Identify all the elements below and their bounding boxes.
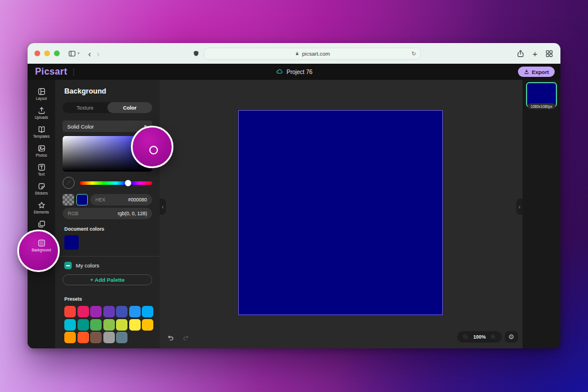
sidebar-item-stickers[interactable]: Stickers [28,179,55,198]
preset-swatch[interactable] [142,306,153,317]
privacy-shield-icon[interactable] [192,50,200,57]
layers-rail: 1080x1080px [523,80,560,348]
preset-swatch[interactable] [142,319,153,331]
sidebar-item-label: Stickers [35,191,48,195]
templates-icon [37,125,46,134]
sidebar-item-templates[interactable]: Templates [28,122,55,141]
document-color-swatch[interactable] [64,235,79,250]
canvas-size-badge: 1080x1080px [528,103,555,109]
preset-swatch[interactable] [78,332,89,343]
color-picker-cursor[interactable] [149,146,158,154]
preset-swatch[interactable] [103,306,115,317]
back-button[interactable]: ‹ [86,49,94,58]
hex-label: HEX [95,197,105,203]
traffic-lights [34,51,60,56]
preset-swatch[interactable] [78,319,89,331]
sidebar-item-uploads[interactable]: Uploads [28,103,55,122]
hex-value: #000080 [128,197,147,203]
tab-color[interactable]: Color [107,102,152,113]
browser-window: ▾ ‹ › picsart.com ↻ + Picsart [28,43,560,348]
export-button-label: Export [532,69,549,75]
page-thumbnail[interactable]: 1080x1080px [526,82,557,107]
canvas-area[interactable]: ‹ › 100% ⚙ [160,80,523,348]
sidebar-item-layout[interactable]: Layout [28,84,55,103]
preset-swatch[interactable] [116,319,127,331]
undo-button[interactable] [165,333,176,342]
collapse-right-panel-handle[interactable]: › [516,199,523,215]
photos-icon [37,144,46,153]
preset-swatch[interactable] [64,319,76,331]
elements-icon [37,201,46,209]
sidebar-item-background[interactable]: Background [28,236,55,255]
project-name[interactable]: Project 76 [287,69,312,75]
preset-swatch[interactable] [90,332,102,343]
preset-swatch[interactable] [103,319,115,331]
preset-swatch[interactable] [116,332,127,343]
fill-type-value: Solid Color [67,123,94,130]
preset-swatch[interactable] [64,306,76,317]
preset-swatch[interactable] [103,332,115,343]
zoom-in-button[interactable] [490,333,497,340]
transparency-swatch[interactable] [63,194,74,205]
project-title-group: Project 76 [28,68,560,76]
export-button[interactable]: Export [518,67,555,77]
texture-color-toggle: Texture Color [63,102,152,113]
address-bar[interactable]: picsart.com ↻ [204,48,421,60]
preset-swatch[interactable] [90,319,102,331]
background-icon [37,239,46,247]
rgb-field[interactable]: RGB rgb(0, 0, 128) [63,208,152,219]
browser-toolbar: ▾ ‹ › picsart.com ↻ + [28,43,560,64]
stickers-icon [37,182,46,191]
sidebar-item-label: Elements [34,210,49,214]
picsart-logo[interactable]: Picsart [35,67,67,77]
my-colors-row[interactable]: My colors [64,262,160,269]
add-palette-label: + Add Palette [90,277,125,283]
new-tab-icon[interactable]: + [532,49,537,59]
tab-texture[interactable]: Texture [63,102,107,113]
sidebar-item-elements[interactable]: Elements [28,198,55,217]
presets-grid [64,306,152,343]
download-icon [524,69,529,75]
preset-swatch[interactable] [64,332,76,343]
hue-slider[interactable] [80,181,152,185]
artboard[interactable] [238,110,443,315]
zoom-level[interactable]: 100% [473,334,486,340]
chevron-down-icon[interactable]: ▾ [78,51,80,56]
preset-swatch[interactable] [90,306,102,317]
hue-row [63,177,152,189]
hue-thumb[interactable] [125,180,131,186]
preset-swatch[interactable] [129,319,141,331]
background-panel: Background Texture Color Solid Color ▼ [55,80,160,348]
presets-label: Presets [64,296,160,302]
preset-swatch[interactable] [116,306,127,317]
collapse-left-panel-handle[interactable]: ‹ [160,199,166,215]
eyedropper-icon [65,180,72,186]
hex-field[interactable]: HEX #000080 [90,194,152,205]
sidebar-toggle-icon[interactable] [68,49,76,58]
redo-button[interactable] [180,333,191,342]
zoom-out-button[interactable] [462,333,469,340]
tab-overview-icon[interactable] [545,49,554,58]
history-controls [165,333,191,342]
sidebar-rail: LayoutUploadsTemplatesPhotosTextStickers… [28,80,55,348]
minimize-window-button[interactable] [44,51,50,56]
browser-actions: + [516,49,554,59]
sidebar-item-label: Layout [36,96,47,100]
current-color-swatch[interactable] [76,194,88,205]
canvas-settings-button[interactable]: ⚙ [505,331,518,343]
forward-button[interactable]: › [94,49,103,58]
refresh-icon[interactable]: ↻ [411,51,416,57]
header-divider [74,68,74,76]
maximize-window-button[interactable] [54,51,60,56]
sidebar-item-label: Uploads [34,115,48,119]
preset-swatch[interactable] [129,306,141,317]
sidebar-item-photos[interactable]: Photos [28,141,55,160]
eyedropper-button[interactable] [63,177,75,189]
share-icon[interactable] [516,49,525,58]
preset-swatch[interactable] [78,306,89,317]
add-palette-button[interactable]: + Add Palette [63,274,152,285]
close-window-button[interactable] [34,51,40,56]
my-colors-label: My colors [76,262,99,269]
cloud-sync-icon [276,68,284,76]
sidebar-item-text[interactable]: Text [28,160,55,179]
